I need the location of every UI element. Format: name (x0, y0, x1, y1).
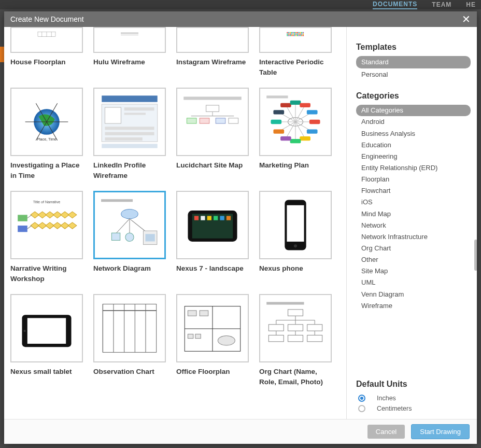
category-venn-diagram[interactable]: Venn Diagram (356, 289, 471, 300)
svg-rect-160 (268, 335, 284, 342)
template-narrative-writing[interactable]: Title of Narrative Narrative Writing Wor… (10, 191, 83, 284)
svg-rect-60 (206, 105, 219, 111)
category-org-chart[interactable]: Org Chart (356, 243, 471, 254)
category-entity-relationship-erd-[interactable]: Entity Relationship (ERD) (356, 162, 471, 174)
category-other[interactable]: Other (356, 254, 471, 265)
template-thumb[interactable] (93, 294, 166, 362)
template-thumb[interactable] (93, 27, 166, 53)
category-floorplan[interactable]: Floorplan (356, 174, 471, 185)
category-mind-map[interactable]: Mind Map (356, 208, 471, 220)
units-centimeters-row[interactable]: Centimeters (356, 403, 471, 414)
svg-rect-76 (290, 139, 301, 143)
svg-rect-147 (188, 334, 193, 339)
svg-rect-82 (271, 120, 281, 124)
cancel-button[interactable]: Cancel (367, 425, 405, 439)
template-type-personal[interactable]: Personal (356, 68, 471, 81)
category-uml[interactable]: UML (356, 277, 471, 288)
template-hulu-wireframe[interactable]: Hulu Wireframe (93, 27, 166, 77)
template-thumb[interactable]: Title of Narrative (10, 191, 83, 259)
radio-inches[interactable] (358, 395, 365, 402)
svg-rect-154 (268, 325, 284, 331)
svg-rect-110 (101, 199, 133, 202)
template-thumb[interactable] (93, 88, 166, 156)
category-wireframe[interactable]: Wireframe (356, 300, 471, 312)
units-inches-row[interactable]: Inches (356, 393, 471, 403)
svg-rect-26 (299, 34, 300, 35)
nav-help[interactable]: HE (466, 1, 476, 8)
category-ios[interactable]: iOS (356, 197, 471, 208)
template-thumb[interactable] (176, 88, 249, 156)
template-label: Instagram Wireframe (176, 57, 249, 67)
svg-rect-78 (280, 136, 291, 141)
category-business-analysis[interactable]: Business Analysis (356, 128, 471, 139)
svg-rect-149 (266, 302, 304, 305)
template-nexus7-landscape[interactable]: Nexus 7 - landscape (176, 191, 249, 284)
svg-rect-65 (216, 118, 225, 123)
svg-rect-121 (194, 216, 199, 220)
units-centimeters-label: Centimeters (377, 405, 412, 412)
template-thumb[interactable] (93, 191, 166, 259)
sidebar-scrollbar[interactable] (474, 240, 477, 271)
template-thumb[interactable]: Place, Time (10, 88, 83, 156)
category-all-categories[interactable]: All Categories (356, 105, 471, 116)
template-thumb[interactable] (259, 191, 332, 259)
svg-rect-58 (102, 144, 157, 148)
template-thumb[interactable] (259, 27, 332, 53)
svg-point-116 (125, 233, 134, 242)
template-network-diagram[interactable]: Network Diagram (93, 191, 166, 284)
svg-rect-23 (294, 34, 295, 35)
template-house-floorplan[interactable]: House Floorplan (10, 27, 83, 77)
category-education[interactable]: Education (356, 139, 471, 151)
svg-rect-22 (292, 34, 293, 35)
template-type-standard[interactable]: Standard (356, 56, 471, 68)
template-thumb[interactable] (176, 191, 249, 259)
template-nexus-small-tablet[interactable]: Nexus small tablet (10, 294, 83, 387)
template-nexus-phone[interactable]: Nexus phone (259, 191, 332, 284)
svg-rect-28 (301, 34, 302, 35)
template-investigating-place[interactable]: Place, Time Investigating a Place in Tim… (10, 88, 83, 180)
template-marketing-plan[interactable]: Marketing Plan (259, 88, 332, 180)
template-thumb[interactable] (259, 294, 332, 362)
template-thumb[interactable] (10, 27, 83, 53)
template-lucidchart-sitemap[interactable]: Lucidchart Site Map (176, 88, 249, 180)
category-network[interactable]: Network (356, 220, 471, 231)
template-office-floorplan[interactable]: Office Floorplan (176, 294, 249, 387)
template-label: Marketing Plan (259, 160, 332, 171)
category-network-infrastructure[interactable]: Network Infrastructure (356, 231, 471, 243)
template-label: LinkedIn Profile Wireframe (93, 160, 166, 180)
svg-rect-131 (27, 318, 66, 344)
start-drawing-button[interactable]: Start Drawing (411, 424, 470, 439)
template-label: Interactive Periodic Table (259, 57, 332, 77)
category-android[interactable]: Android (356, 116, 471, 128)
svg-rect-20 (290, 34, 291, 35)
radio-centimeters[interactable] (358, 405, 365, 412)
template-grid-pane[interactable]: House FloorplanHulu WireframeInstagram W… (4, 27, 346, 419)
svg-rect-18 (287, 34, 288, 35)
category-engineering[interactable]: Engineering (356, 151, 471, 162)
template-interactive-periodic[interactable]: Interactive Periodic Table (259, 27, 332, 77)
template-thumb[interactable] (176, 294, 249, 362)
template-org-chart[interactable]: Org Chart (Name, Role, Email, Photo) (259, 294, 332, 387)
template-instagram-wireframe[interactable]: Instagram Wireframe (176, 27, 249, 77)
svg-rect-164 (307, 335, 322, 342)
svg-rect-74 (300, 136, 310, 141)
template-thumb[interactable] (10, 294, 83, 362)
category-site-map[interactable]: Site Map (356, 265, 471, 277)
svg-rect-55 (105, 127, 154, 130)
template-observation-chart[interactable]: Observation Chart (93, 294, 166, 387)
nav-team[interactable]: TEAM (432, 1, 451, 8)
category-flowchart[interactable]: Flowchart (356, 185, 471, 197)
template-linkedin-wireframe[interactable]: LinkedIn Profile Wireframe (93, 88, 166, 180)
close-icon[interactable]: ✕ (462, 14, 471, 24)
svg-rect-59 (183, 97, 242, 100)
svg-rect-5 (121, 35, 138, 35)
svg-line-109 (27, 226, 32, 229)
svg-point-132 (24, 330, 26, 332)
template-thumb[interactable] (176, 27, 249, 53)
nav-documents[interactable]: DOCUMENTS (373, 1, 417, 9)
template-thumb[interactable] (259, 88, 332, 156)
templates-heading: Templates (356, 43, 471, 52)
template-label: Office Floorplan (176, 367, 249, 377)
svg-rect-148 (195, 334, 201, 339)
svg-rect-33 (291, 35, 292, 36)
